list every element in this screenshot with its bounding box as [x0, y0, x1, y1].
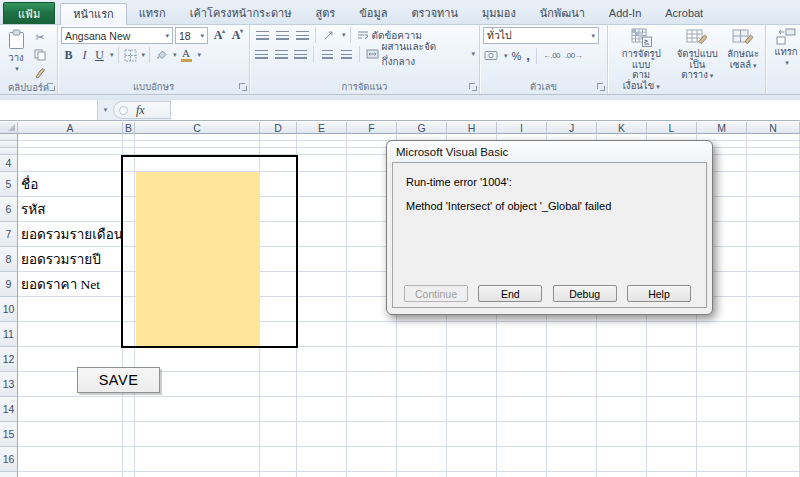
name-box[interactable] [0, 100, 98, 120]
row-header-collapsed[interactable] [0, 148, 18, 155]
cell-D14[interactable] [260, 397, 297, 422]
cell-I16[interactable] [497, 447, 547, 472]
dialog-title[interactable]: Microsoft Visual Basic [387, 141, 712, 162]
col-header-H[interactable]: H [447, 122, 497, 134]
cell-C15[interactable] [135, 422, 260, 447]
cell-I14[interactable] [497, 397, 547, 422]
col-header-L[interactable]: L [647, 122, 697, 134]
tab-8[interactable]: Add-In [597, 2, 653, 24]
fill-color-button[interactable] [154, 48, 169, 62]
col-header-C[interactable]: C [135, 122, 260, 134]
cell-M11[interactable] [697, 322, 747, 347]
font-name-combo[interactable]: Angsana New ▾ [61, 27, 173, 44]
cell-G17[interactable] [397, 472, 447, 477]
chevron-down-icon[interactable]: ▾ [110, 51, 114, 59]
font-group-label[interactable]: แบบอักษร [58, 80, 249, 94]
cell-K12[interactable] [597, 347, 647, 372]
cell-F12[interactable] [347, 347, 397, 372]
cell-J16[interactable] [547, 447, 597, 472]
cell-M15[interactable] [697, 422, 747, 447]
cell-N4[interactable] [747, 155, 800, 172]
row-header-12[interactable]: 12 [0, 347, 18, 372]
cell-J17[interactable] [547, 472, 597, 477]
cell-F11[interactable] [347, 322, 397, 347]
row-header-collapsed[interactable] [0, 141, 18, 148]
row-header-6[interactable]: 6 [0, 197, 18, 222]
cell-N8[interactable] [747, 247, 800, 272]
cell-E5[interactable] [297, 172, 347, 197]
cell-H11[interactable] [447, 322, 497, 347]
dialog-button-end[interactable]: End [478, 285, 542, 302]
cut-button[interactable]: ✂ [31, 29, 49, 45]
cell-E10[interactable] [297, 297, 347, 322]
row-header-9[interactable]: 9 [0, 272, 18, 297]
cell-M13[interactable] [697, 372, 747, 397]
tab-3[interactable]: สูตร [304, 2, 348, 24]
borders-button[interactable] [123, 48, 138, 63]
increase-indent-button[interactable] [338, 46, 355, 62]
dialog-launcher-icon[interactable] [469, 83, 477, 91]
cell-Ax1[interactable] [18, 134, 123, 141]
cell-Ax2[interactable] [18, 141, 123, 148]
col-header-M[interactable]: M [697, 122, 747, 134]
row-header-collapsed[interactable] [0, 134, 18, 141]
cell-Ex1[interactable] [297, 134, 347, 141]
underline-button[interactable]: U [93, 47, 106, 63]
chevron-down-icon[interactable]: ▾ [198, 51, 202, 59]
cell-D16[interactable] [260, 447, 297, 472]
dialog-button-help[interactable]: Help [627, 285, 691, 302]
cell-H14[interactable] [447, 397, 497, 422]
cell-Dx1[interactable] [260, 134, 297, 141]
tab-6[interactable]: มุมมอง [470, 2, 528, 24]
align-middle-button[interactable] [273, 27, 291, 43]
paste-button[interactable]: วาง ▾ [3, 27, 29, 81]
cell-L11[interactable] [647, 322, 697, 347]
cell-K14[interactable] [597, 397, 647, 422]
decrease-decimal-button[interactable]: .00→ [564, 50, 583, 61]
cell-H17[interactable] [447, 472, 497, 477]
cell-Nx2[interactable] [747, 141, 800, 148]
cell-Dx2[interactable] [260, 141, 297, 148]
select-all-corner[interactable] [0, 122, 18, 134]
cell-G15[interactable] [397, 422, 447, 447]
insert-cells-button[interactable]: แทรก ▾ [770, 27, 800, 80]
cell-E4[interactable] [297, 155, 347, 172]
cell-Nx3[interactable] [747, 148, 800, 155]
cell-I12[interactable] [497, 347, 547, 372]
bold-button[interactable]: B [61, 47, 76, 63]
cell-J14[interactable] [547, 397, 597, 422]
cell-N9[interactable] [747, 272, 800, 297]
align-top-button[interactable] [253, 27, 271, 43]
cell-M16[interactable] [697, 447, 747, 472]
dialog-launcher-icon[interactable] [597, 83, 605, 91]
cell-M17[interactable] [697, 472, 747, 477]
cell-G13[interactable] [397, 372, 447, 397]
cell-M12[interactable] [697, 347, 747, 372]
cell-Bx3[interactable] [123, 148, 135, 155]
cell-K11[interactable] [597, 322, 647, 347]
cell-M14[interactable] [697, 397, 747, 422]
accounting-format-button[interactable] [483, 49, 499, 62]
cell-L17[interactable] [647, 472, 697, 477]
cell-Dx3[interactable] [260, 148, 297, 155]
cell-G14[interactable] [397, 397, 447, 422]
cell-E12[interactable] [297, 347, 347, 372]
merge-center-button[interactable]: ผสานและจัดกึ่งกลาง ▾ [364, 46, 477, 62]
cell-F13[interactable] [347, 372, 397, 397]
cell-G12[interactable] [397, 347, 447, 372]
cell-N12[interactable] [747, 347, 800, 372]
col-header-K[interactable]: K [597, 122, 647, 134]
cell-G16[interactable] [397, 447, 447, 472]
row-header-16[interactable]: 16 [0, 447, 18, 472]
cell-L14[interactable] [647, 397, 697, 422]
col-header-I[interactable]: I [497, 122, 547, 134]
cell-J11[interactable] [547, 322, 597, 347]
cell-C14[interactable] [135, 397, 260, 422]
cell-E8[interactable] [297, 247, 347, 272]
row-header-15[interactable]: 15 [0, 422, 18, 447]
cell-I17[interactable] [497, 472, 547, 477]
tab-file[interactable]: แฟ้ม [3, 2, 55, 24]
formula-input[interactable] [171, 100, 800, 120]
row-header-7[interactable]: 7 [0, 222, 18, 247]
cell-L16[interactable] [647, 447, 697, 472]
